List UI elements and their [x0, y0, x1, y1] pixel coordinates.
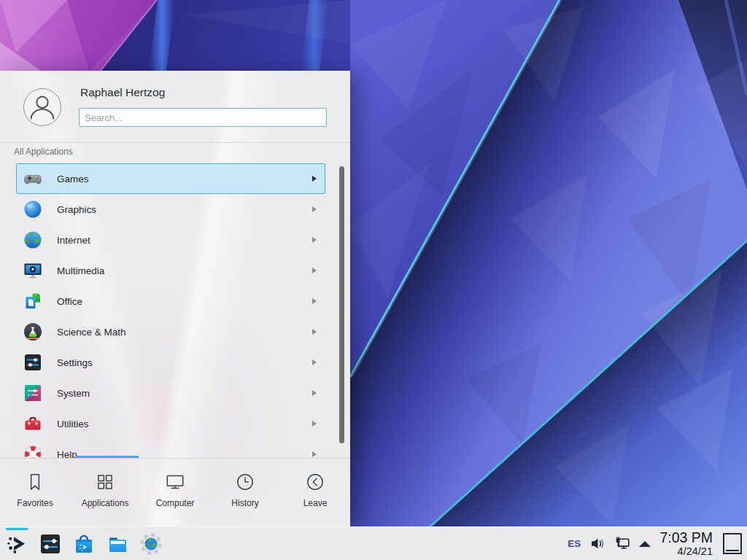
documents-icon — [23, 291, 43, 311]
launcher-tab-bar: Favorites Applications Computer History — [0, 459, 350, 526]
flask-icon — [23, 322, 43, 342]
leave-icon — [304, 471, 326, 493]
category-list: Games Graphics — [0, 163, 350, 458]
category-system[interactable]: System — [16, 378, 325, 408]
category-label: Help — [57, 449, 77, 459]
taskbar-software-center-button[interactable] — [73, 533, 95, 555]
category-label: Internet — [57, 235, 90, 246]
category-utilities[interactable]: Utilities — [16, 408, 325, 439]
taskbar-web-browser-button[interactable] — [140, 533, 162, 555]
show-desktop-button[interactable] — [723, 533, 742, 554]
clock-icon — [234, 471, 256, 493]
chevron-right-icon — [312, 390, 317, 396]
category-label: System — [57, 388, 90, 399]
tab-label: Leave — [303, 498, 328, 508]
tab-leave[interactable]: Leave — [280, 459, 350, 526]
tab-favorites[interactable]: Favorites — [0, 459, 70, 526]
chevron-right-icon — [312, 421, 317, 427]
user-name: Raphael Hertzog — [80, 86, 165, 99]
media-monitor-icon — [23, 260, 43, 281]
folder-icon — [107, 533, 128, 555]
digital-clock[interactable]: 7:03 PM 4/24/21 — [659, 531, 713, 557]
category-label: Multimedia — [57, 265, 104, 276]
category-internet[interactable]: Internet — [16, 225, 325, 255]
avatar[interactable] — [23, 88, 61, 126]
tab-applications[interactable]: Applications — [70, 459, 140, 526]
chevron-right-icon — [312, 451, 317, 457]
chevron-right-icon — [312, 176, 317, 182]
chevron-right-icon — [312, 298, 317, 304]
clock-time: 7:03 PM — [659, 531, 713, 545]
chevron-right-icon — [312, 268, 317, 273]
grid-icon — [94, 471, 116, 493]
lifebuoy-icon — [23, 444, 43, 458]
globe-gear-icon — [140, 533, 162, 555]
shopping-bag-icon — [73, 533, 95, 555]
system-tray: ES 7:03 PM 4/24/21 — [568, 531, 747, 557]
settings-sliders-icon — [39, 533, 61, 555]
category-graphics[interactable]: Graphics — [16, 194, 325, 225]
taskbar-file-manager-button[interactable] — [107, 533, 128, 555]
category-multimedia[interactable]: Multimedia — [16, 255, 325, 286]
user-icon — [24, 89, 61, 125]
system-icon — [23, 383, 43, 403]
category-label: Graphics — [57, 204, 96, 215]
category-games[interactable]: Games — [16, 163, 325, 194]
active-indicator — [6, 528, 28, 530]
toolbox-icon — [23, 413, 43, 434]
category-office[interactable]: Office — [16, 286, 325, 316]
chevron-right-icon — [312, 237, 317, 243]
header-divider — [0, 142, 350, 143]
tab-label: Applications — [82, 498, 129, 508]
desktop: Raphael Hertzog All Applications Games — [0, 0, 747, 560]
category-label: Games — [57, 174, 89, 184]
taskbar-system-settings-button[interactable] — [39, 533, 61, 555]
globe-icon — [23, 230, 43, 250]
taskbar-app-launcher-button[interactable] — [6, 533, 28, 555]
gamepad-icon — [23, 168, 43, 189]
tab-computer[interactable]: Computer — [140, 459, 210, 526]
taskbar: ES 7:03 PM 4/24/21 — [0, 526, 747, 560]
category-label: Utilities — [57, 419, 89, 429]
search-input[interactable] — [79, 108, 327, 127]
tray-expander-icon[interactable] — [639, 541, 651, 547]
tab-label: Computer — [156, 498, 195, 508]
sliders-icon — [23, 352, 43, 373]
scrollbar[interactable] — [339, 166, 344, 443]
volume-icon[interactable] — [589, 535, 606, 552]
keyboard-layout-indicator[interactable]: ES — [568, 538, 581, 549]
category-settings[interactable]: Settings — [16, 347, 325, 378]
chevron-right-icon — [312, 206, 317, 212]
tab-history[interactable]: History — [210, 459, 280, 526]
chevron-right-icon — [312, 329, 317, 335]
tab-label: History — [231, 498, 258, 508]
application-launcher-menu: Raphael Hertzog All Applications Games — [0, 71, 350, 526]
network-icon[interactable] — [614, 535, 631, 552]
category-label: Office — [57, 296, 82, 307]
tab-label: Favorites — [17, 498, 53, 508]
category-label: Settings — [57, 357, 93, 368]
section-label: All Applications — [14, 147, 73, 157]
category-help[interactable]: Help — [16, 439, 325, 458]
clock-date: 4/24/21 — [659, 546, 713, 557]
category-science-math[interactable]: Science & Math — [16, 316, 325, 347]
monitor-icon — [164, 471, 186, 493]
chevron-right-icon — [312, 359, 317, 365]
kali-logo-icon — [6, 533, 28, 555]
bookmark-icon — [24, 471, 46, 493]
sphere-icon — [23, 199, 43, 219]
category-label: Science & Math — [57, 327, 126, 338]
